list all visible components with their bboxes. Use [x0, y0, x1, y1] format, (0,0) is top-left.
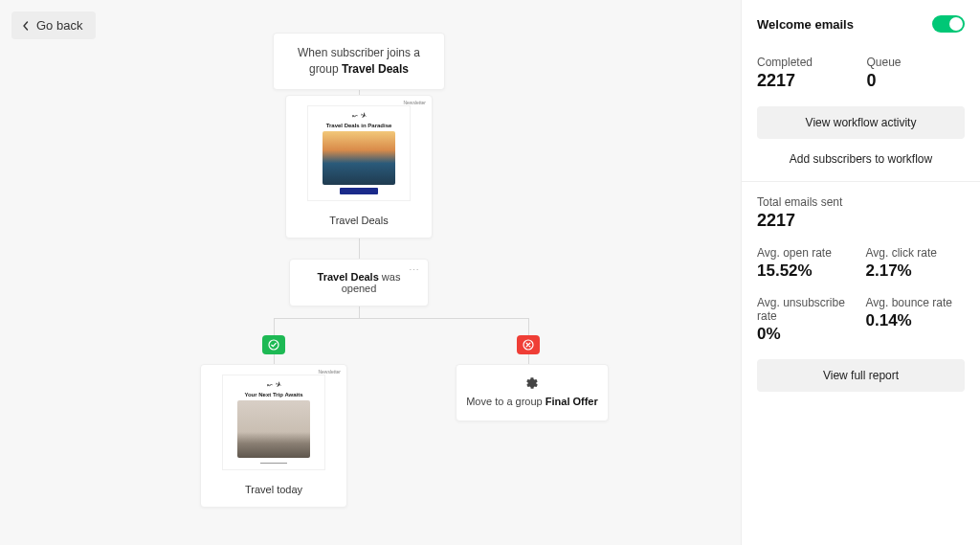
stat-label: Avg. bounce rate [866, 296, 966, 309]
stat-value: 15.52% [757, 261, 857, 281]
view-full-report-button[interactable]: View full report [757, 359, 965, 392]
email-headline: Travel Deals in Paradise [326, 123, 392, 128]
stat-label: Total emails sent [757, 195, 965, 209]
more-icon[interactable]: ⋯ [409, 265, 420, 276]
connector [359, 305, 360, 318]
metric-value: 0 [867, 71, 966, 91]
connector [274, 318, 528, 319]
thumb-tag: Newsletter [318, 369, 341, 375]
stat-total-emails: Total emails sent 2217 [757, 195, 965, 231]
stat-label: Avg. open rate [757, 246, 857, 260]
add-subscribers-button[interactable]: Add subscribers to workflow [757, 152, 965, 166]
workflow-toggle[interactable] [932, 15, 965, 33]
plane-icon: ✈ [358, 111, 367, 121]
email-caption: Travel today [201, 474, 346, 507]
action-node-move-group[interactable]: Move to a group Final Offer [456, 364, 609, 421]
condition-yes-badge [262, 335, 285, 354]
stat-value: 0.14% [866, 311, 966, 330]
stat-bounce-rate: Avg. bounce rate 0.14% [866, 296, 966, 344]
sidebar: Welcome emails Completed 2217 Queue 0 Vi… [741, 0, 980, 545]
stat-value: 2217 [757, 211, 965, 231]
metric-value: 2217 [757, 71, 856, 91]
metric-completed: Completed 2217 [757, 56, 856, 91]
workflow-title: Welcome emails [757, 17, 854, 32]
workflow-canvas: When subscriber joins a group Travel Dea… [0, 0, 741, 545]
thumb-tag: Newsletter [403, 100, 426, 105]
metric-label: Completed [757, 56, 856, 69]
action-prefix: Move to a group [466, 396, 546, 407]
stat-value: 2.17% [866, 261, 966, 281]
email-hero-image [237, 400, 309, 458]
metric-queue: Queue 0 [867, 56, 966, 91]
condition-node[interactable]: ⋯ Travel Deals was opened [289, 259, 429, 307]
email-node-travel-today[interactable]: Newsletter ↜✈ Your Next Trip Awaits Trav… [200, 364, 347, 508]
stat-label: Avg. click rate [866, 246, 966, 260]
email-node-travel-deals[interactable]: Newsletter ↜✈ Travel Deals in Paradise T… [285, 95, 433, 238]
metric-label: Queue [867, 56, 966, 69]
view-activity-button[interactable]: View workflow activity [757, 106, 965, 139]
condition-no-badge [517, 335, 540, 354]
email-hero-image [323, 131, 394, 185]
email-thumbnail: Newsletter ↜✈ Your Next Trip Awaits [201, 365, 346, 474]
condition-subject: Travel Deals [318, 271, 379, 283]
action-target: Final Offer [546, 396, 598, 407]
stat-open-rate: Avg. open rate 15.52% [757, 246, 857, 281]
stat-label: Avg. unsubscribe rate [757, 296, 857, 323]
stat-unsubscribe-rate: Avg. unsubscribe rate 0% [757, 296, 857, 344]
connector [359, 238, 360, 259]
email-thumbnail: Newsletter ↜✈ Travel Deals in Paradise [286, 96, 432, 205]
stat-value: 0% [757, 325, 857, 344]
email-cta [340, 188, 378, 194]
gear-icon [466, 376, 598, 390]
plane-icon: ✈ [273, 380, 281, 390]
brand-logo: ↜✈ [352, 112, 367, 120]
stat-click-rate: Avg. click rate 2.17% [866, 246, 966, 281]
trigger-group-name: Travel Deals [342, 62, 409, 76]
x-circle-icon [523, 339, 534, 351]
email-caption: Travel Deals [286, 205, 432, 238]
brand-logo: ↜✈ [267, 381, 281, 389]
email-headline: Your Next Trip Awaits [244, 392, 302, 397]
trigger-node[interactable]: When subscriber joins a group Travel Dea… [273, 33, 445, 90]
email-divider [260, 463, 287, 464]
check-circle-icon [268, 339, 279, 351]
